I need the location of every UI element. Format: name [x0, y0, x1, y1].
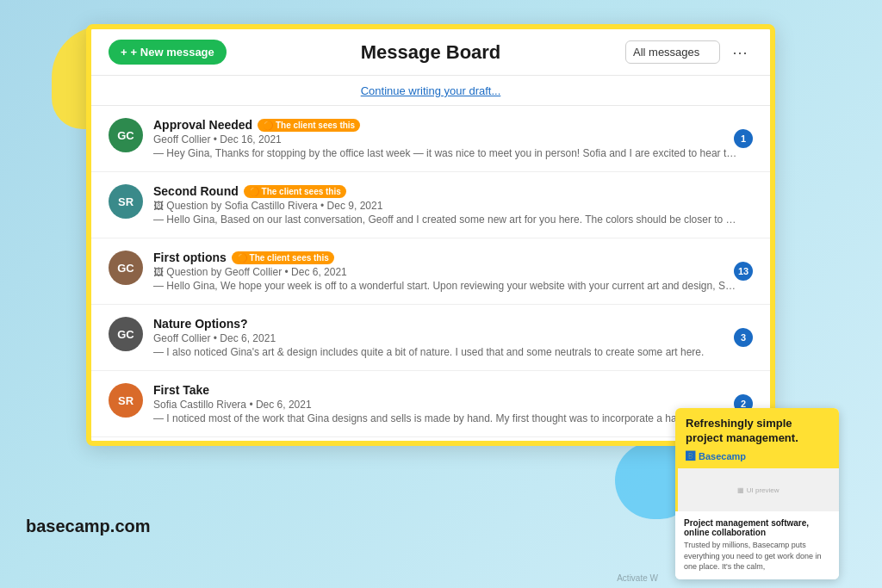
avatar-initials: GC — [117, 262, 134, 275]
new-message-label: + New message — [131, 46, 214, 59]
message-meta: Geoff Collier • Dec 16, 2021 — [153, 133, 753, 145]
message-body: First Take Sofia Castillo Rivera • Dec 6… — [153, 383, 753, 424]
unread-badge: 13 — [734, 262, 753, 281]
avatar: SR — [109, 383, 143, 418]
message-title: Approval Needed — [153, 118, 252, 132]
message-meta: Geoff Collier • Dec 6, 2021 — [153, 332, 753, 344]
ad-subtitle: Project management software, online coll… — [684, 518, 830, 537]
avatar-initials: GC — [117, 129, 134, 142]
message-header: First Take — [153, 383, 753, 397]
message-preview: — Hello Gina, We hope your week is off t… — [153, 280, 739, 292]
message-item[interactable]: GC Nature Options? Geoff Collier • Dec 6… — [91, 305, 770, 371]
avatar-initials: SR — [118, 394, 134, 407]
avatar: SR — [109, 184, 143, 219]
message-title: First Take — [153, 383, 209, 397]
message-header: Approval Needed 🟠 The client sees this — [153, 118, 753, 132]
message-preview: — Hey Gina, Thanks for stopping by the o… — [153, 147, 739, 159]
message-header: Second Round 🟠 The client sees this — [153, 184, 753, 198]
main-window: + + New message Message Board All messag… — [86, 24, 775, 446]
continue-draft-link[interactable]: Continue writing your draft... — [361, 84, 501, 97]
ad-logo: 🅱 Basecamp — [686, 451, 829, 461]
new-message-button[interactable]: + + New message — [109, 40, 227, 65]
client-badge: 🟠 The client sees this — [244, 185, 346, 198]
avatar-initials: GC — [117, 328, 134, 341]
activate-windows-text: Activate W — [617, 573, 658, 583]
message-meta: 🖼 Question by Sofia Castillo Rivera • De… — [153, 200, 753, 212]
message-item[interactable]: LR Introductions 🟠 The client sees this … — [91, 437, 770, 441]
ad-top: Refreshingly simple project management. … — [675, 408, 839, 468]
ad-headline: Refreshingly simple project management. — [686, 417, 829, 446]
message-meta: 🖼 Question by Geoff Collier • Dec 6, 202… — [153, 266, 753, 278]
unread-badge: 3 — [734, 328, 753, 347]
message-body: Approval Needed 🟠 The client sees this G… — [153, 118, 753, 159]
screenshot-placeholder: ▦ UI preview — [737, 486, 779, 494]
ad-screenshot: ▦ UI preview — [675, 468, 839, 511]
message-title: First options — [153, 251, 227, 264]
basecamp-logo-text: Basecamp — [699, 451, 746, 461]
plus-icon: + — [121, 46, 127, 59]
message-title: Nature Options? — [153, 317, 248, 331]
ad-bottom: Project management software, online coll… — [675, 511, 839, 579]
page-title: Message Board — [361, 41, 501, 64]
messages-filter[interactable]: All messages — [625, 40, 720, 64]
draft-banner: Continue writing your draft... — [91, 76, 770, 106]
avatar: GC — [109, 251, 143, 285]
avatar: GC — [109, 118, 143, 152]
ad-card: Refreshingly simple project management. … — [675, 408, 839, 579]
more-options-button[interactable]: ⋯ — [727, 41, 753, 64]
message-preview: — I also noticed Gina's art & design inc… — [153, 346, 739, 358]
message-meta: Sofia Castillo Rivera • Dec 6, 2021 — [153, 399, 753, 411]
message-header: First options 🟠 The client sees this — [153, 251, 753, 264]
ad-description: Trusted by millions, Basecamp puts every… — [684, 540, 830, 573]
client-badge: 🟠 The client sees this — [258, 119, 360, 132]
message-item[interactable]: SR First Take Sofia Castillo Rivera • De… — [91, 371, 770, 437]
message-title: Second Round — [153, 184, 239, 198]
content-area: + + New message Message Board All messag… — [91, 29, 770, 441]
avatar-initials: SR — [118, 195, 134, 208]
message-header: Nature Options? — [153, 317, 753, 331]
unread-badge: 1 — [734, 129, 753, 148]
top-bar: + + New message Message Board All messag… — [91, 29, 770, 76]
message-preview: — Hello Gina, Based on our last conversa… — [153, 214, 739, 226]
message-preview: — I noticed most of the work that Gina d… — [153, 412, 739, 424]
message-body: Nature Options? Geoff Collier • Dec 6, 2… — [153, 317, 753, 358]
message-item[interactable]: SR Second Round 🟠 The client sees this 🖼… — [91, 172, 770, 238]
filter-area: All messages ⋯ — [625, 40, 753, 64]
message-body: Second Round 🟠 The client sees this 🖼 Qu… — [153, 184, 753, 226]
message-item[interactable]: GC First options 🟠 The client sees this … — [91, 238, 770, 305]
client-badge: 🟠 The client sees this — [232, 251, 334, 264]
avatar: GC — [109, 317, 143, 351]
message-body: First options 🟠 The client sees this 🖼 Q… — [153, 251, 753, 292]
message-item[interactable]: GC Approval Needed 🟠 The client sees thi… — [91, 106, 770, 172]
basecamp-logo-icon: 🅱 — [686, 451, 695, 461]
messages-list: GC Approval Needed 🟠 The client sees thi… — [91, 106, 770, 441]
more-icon: ⋯ — [732, 44, 748, 61]
basecamp-domain: basecamp.com — [26, 517, 151, 536]
